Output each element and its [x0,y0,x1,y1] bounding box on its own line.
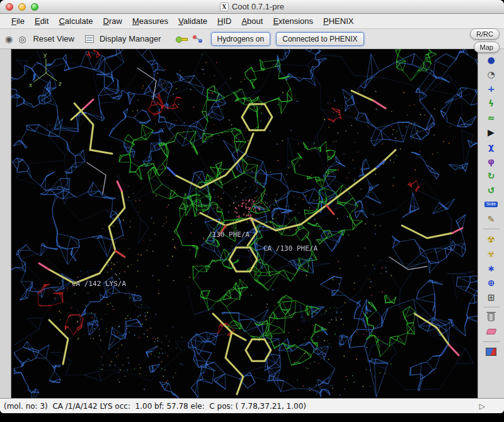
add-terminal-icon[interactable]: ⊕ [483,276,500,289]
side-chain-icon[interactable]: Side [483,198,500,211]
radiation-icon: ☢ [487,235,495,244]
plus-box-icon[interactable]: ⊞ [483,290,500,304]
biohazard-icon[interactable]: ☣ [483,247,500,260]
phenix-status-button[interactable]: Connected to PHENIX [276,32,364,46]
atom-label: /130 PHE/A [208,231,249,239]
sphere-icon[interactable]: ● [483,53,500,66]
reset-view-button[interactable]: Reset View [30,33,77,45]
gl-canvas-wrap: /130 PHE/ACA /130 PHE/ACA /142 LYS/A [11,49,478,398]
pencil-icon: ✎ [488,215,495,224]
phi-angle-icon: φ [488,157,495,166]
trash-icon[interactable] [483,311,500,324]
window-title-group: X Coot 0.7.1-pre [0,0,504,13]
eraser-icon [486,329,496,334]
hydrogens-toggle-button[interactable]: Hydrogens on [211,32,271,46]
trash-icon [488,313,495,321]
chi-angle-icon[interactable]: χ [483,140,500,153]
menu-item[interactable]: Calculate [54,15,98,27]
display-manager-icon [85,35,94,43]
rotate-cw-icon[interactable]: ↻ [483,169,500,182]
display-manager-button[interactable]: Display Manager [97,33,164,45]
refine-zigzag-icon[interactable]: ϟ [483,96,500,110]
picture-icon[interactable] [483,345,500,358]
menu-item[interactable]: Validate [173,15,212,27]
rotate-ccw-icon[interactable]: ↺ [483,183,500,197]
menu-item[interactable]: HID [212,15,236,27]
status-text: (mol. no: 3) CA /1/A/142 LYS occ: 1.00 b… [4,402,306,411]
molecule-icon[interactable] [193,34,203,44]
reset-orientation-icon[interactable]: ◉ [4,34,14,44]
x11-app-icon: X [220,3,229,11]
radiation-icon[interactable]: ☢ [483,232,500,246]
expander-triangle-icon[interactable]: ▷ [479,402,485,411]
add-atom-icon: ∗ [488,264,495,273]
key-icon[interactable] [176,37,187,42]
biohazard-icon: ☣ [487,249,495,258]
play-icon: ▶ [488,128,495,137]
rotate-ccw-icon: ↺ [488,186,495,195]
regularize-icon[interactable]: ≈ [483,111,500,124]
menu-item[interactable]: File [6,15,30,27]
molecular-viewport[interactable] [11,49,478,398]
menu-item[interactable]: Edit [30,15,54,27]
side-chain-icon: Side [484,202,498,207]
titlebar[interactable]: X Coot 0.7.1-pre [0,0,504,14]
add-atom-icon[interactable]: ∗ [483,261,500,275]
menu-item[interactable]: Measures [127,15,173,27]
toolbar-separator [483,229,500,229]
refine-zigzag-icon: ϟ [488,99,494,108]
view-target-icon[interactable]: ◎ [17,34,27,44]
phi-angle-icon[interactable]: φ [483,154,500,168]
clock-icon: ◔ [487,70,495,79]
right-toolbar: ●◔+ϟ≈▶χφ↻↺Side✎☢☣∗⊕⊞ [478,49,504,398]
map-button[interactable]: Map [474,42,500,53]
picture-icon [486,348,496,356]
corner-buttons: R/RC Map [470,28,500,53]
left-gutter [0,49,11,398]
main-area: /130 PHE/ACA /130 PHE/ACA /142 LYS/A ●◔+… [0,49,504,398]
atom-label: CA /130 PHE/A [263,244,318,253]
add-terminal-icon: ⊕ [488,278,495,287]
menu-item[interactable]: Extensions [268,15,318,27]
clock-icon[interactable]: ◔ [483,67,500,81]
menu-item[interactable]: About [236,15,268,27]
toolbar: ◉ ◎ Reset View Display Manager Hydrogens… [0,29,504,49]
regularize-icon: ≈ [488,113,495,122]
coot-window: X Coot 0.7.1-pre FileEditCalculateDrawMe… [0,0,504,413]
statusbar: (mol. no: 3) CA /1/A/142 LYS occ: 1.00 b… [0,398,504,413]
atom-label: CA /142 LYS/A [72,280,126,288]
translate-icon: + [488,84,495,93]
rrc-button[interactable]: R/RC [470,28,500,40]
menubar: FileEditCalculateDrawMeasuresValidateHID… [0,14,504,29]
translate-icon[interactable]: + [483,82,500,95]
pencil-icon[interactable]: ✎ [483,212,500,225]
rotate-cw-icon: ↻ [488,171,495,180]
plus-box-icon: ⊞ [488,293,495,302]
window-title: Coot 0.7.1-pre [232,2,284,11]
toolbar-separator [483,307,500,307]
menu-item[interactable]: Draw [98,15,127,27]
chi-angle-icon: χ [488,142,494,151]
play-icon[interactable]: ▶ [483,125,500,139]
toolbar-separator [483,341,500,342]
menu-item[interactable]: PHENIX [318,15,358,27]
sphere-icon: ● [487,55,495,64]
eraser-icon[interactable] [483,325,500,338]
